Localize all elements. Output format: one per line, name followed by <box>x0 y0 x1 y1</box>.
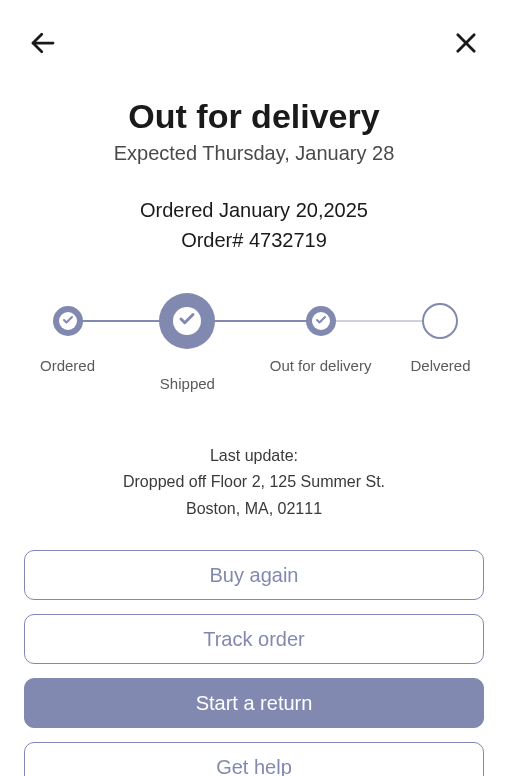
progress-step-shipped <box>159 293 215 349</box>
order-number: Order# 4732719 <box>24 225 484 255</box>
check-icon <box>178 310 196 332</box>
progress-tracker: Ordered Shipped Out for delivery Delvere… <box>24 291 484 387</box>
step-label: Delvered <box>410 357 470 374</box>
update-line: Dropped off Floor 2, 125 Summer St. <box>24 469 484 495</box>
progress-step-ordered <box>53 306 83 336</box>
track-order-button[interactable]: Track order <box>24 614 484 664</box>
start-return-button[interactable]: Start a return <box>24 678 484 728</box>
page-title: Out for delivery <box>24 97 484 136</box>
check-icon <box>315 312 327 330</box>
step-label: Out for delivery <box>270 357 372 374</box>
action-buttons: Buy again Track order Start a return Get… <box>24 550 484 776</box>
back-button[interactable] <box>24 24 62 65</box>
update-line: Boston, MA, 02111 <box>24 496 484 522</box>
topbar <box>0 0 508 65</box>
close-button[interactable] <box>448 25 484 64</box>
progress-step-out-for-delivery <box>306 306 336 336</box>
update-heading: Last update: <box>24 443 484 469</box>
last-update: Last update: Dropped off Floor 2, 125 Su… <box>24 443 484 522</box>
get-help-button[interactable]: Get help <box>24 742 484 776</box>
progress-step-delivered <box>422 303 458 339</box>
check-icon <box>62 312 74 330</box>
close-icon <box>452 29 480 60</box>
buy-again-button[interactable]: Buy again <box>24 550 484 600</box>
expected-date: Expected Thursday, January 28 <box>24 142 484 165</box>
order-meta: Ordered January 20,2025 Order# 4732719 <box>24 195 484 255</box>
step-label: Ordered <box>40 357 95 374</box>
ordered-date: Ordered January 20,2025 <box>24 195 484 225</box>
step-label: Shipped <box>160 375 215 392</box>
back-arrow-icon <box>28 28 58 61</box>
